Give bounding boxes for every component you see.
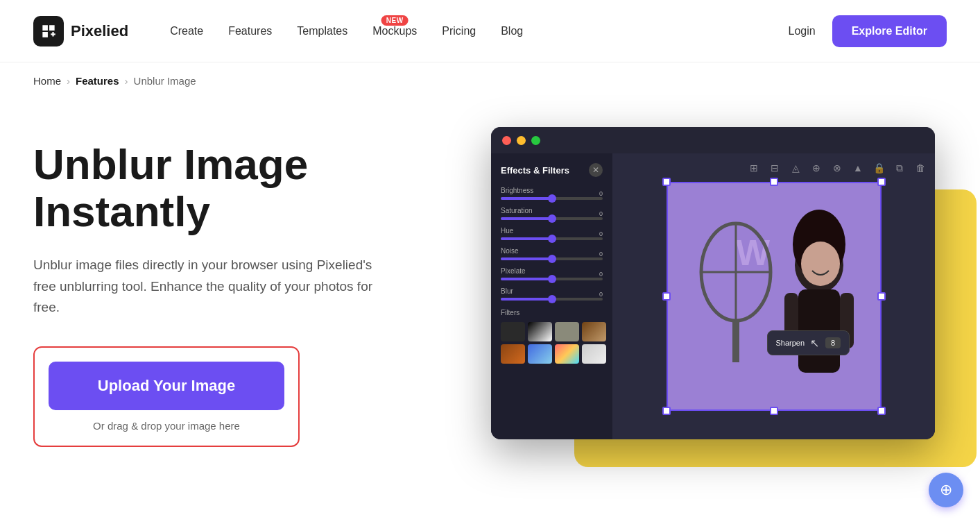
- handle-bottom-right[interactable]: [877, 407, 886, 415]
- panel-header: Effects & Filters ✕: [501, 163, 603, 177]
- toolbar-icon-lock[interactable]: 🔒: [871, 160, 886, 176]
- filters-grid: [501, 322, 603, 364]
- app-mockup: Effects & Filters ✕ Brightness 0: [491, 127, 949, 453]
- panel-title: Effects & Filters: [501, 165, 569, 176]
- logo-icon: [33, 16, 64, 47]
- brightness-label: Brightness: [501, 187, 603, 194]
- nav-create[interactable]: Create: [170, 25, 203, 37]
- logo-text: Pixelied: [71, 22, 128, 40]
- main-content: Unblur Image Instantly Unblur image file…: [0, 99, 980, 453]
- breadcrumb-home[interactable]: Home: [33, 75, 61, 87]
- filter-sepia[interactable]: [582, 322, 606, 341]
- nav-mockups[interactable]: NEW Mockups: [372, 25, 417, 37]
- login-link[interactable]: Login: [788, 25, 815, 37]
- hero-title: Unblur Image Instantly: [33, 141, 449, 235]
- toolbar-icon-3[interactable]: ◬: [788, 160, 803, 176]
- explore-editor-button[interactable]: Explore Editor: [832, 15, 947, 47]
- blur-label: Blur: [501, 287, 603, 295]
- pixelate-track[interactable]: 0: [501, 278, 603, 280]
- cursor-icon: ↖: [810, 337, 820, 349]
- handle-bottom-mid[interactable]: [770, 407, 778, 415]
- titlebar-maximize-dot: [531, 136, 540, 145]
- hue-label: Hue: [501, 227, 603, 235]
- panel-close-button[interactable]: ✕: [589, 163, 603, 177]
- toolbar-icon-5[interactable]: ⊗: [829, 160, 845, 176]
- toolbar-icon-4[interactable]: ⊕: [809, 160, 824, 176]
- sharpen-label: Sharpen: [776, 339, 805, 347]
- toolbar-icon-copy[interactable]: ⧉: [892, 160, 907, 176]
- filter-light[interactable]: [555, 322, 579, 341]
- handle-top-mid[interactable]: [770, 178, 778, 186]
- canvas-image-container[interactable]: W: [667, 182, 882, 411]
- effects-panel: Effects & Filters ✕ Brightness 0: [491, 153, 612, 439]
- noise-label: Noise: [501, 247, 603, 255]
- titlebar-close-dot: [502, 136, 511, 145]
- pixelate-label: Pixelate: [501, 267, 603, 275]
- app-window: Effects & Filters ✕ Brightness 0: [491, 127, 935, 439]
- blur-slider-row: Blur 0: [501, 287, 603, 301]
- filter-cool[interactable]: [528, 344, 552, 364]
- breadcrumb-features[interactable]: Features: [76, 75, 119, 87]
- brightness-track[interactable]: 0: [501, 197, 603, 200]
- canvas-toolbar: ⊞ ⊟ ◬ ⊕ ⊗ ▲ 🔒 ⧉ 🗑: [746, 160, 928, 176]
- filter-vibrant[interactable]: [555, 344, 579, 364]
- canvas-svg: W: [667, 182, 882, 411]
- handle-mid-left[interactable]: [662, 292, 671, 301]
- svg-text:W: W: [736, 233, 771, 273]
- mockup-wrapper: Effects & Filters ✕ Brightness 0: [491, 127, 949, 453]
- svg-rect-5: [732, 321, 739, 362]
- app-titlebar: [491, 127, 935, 153]
- filter-bw[interactable]: [528, 322, 552, 341]
- saturation-label: Saturation: [501, 207, 603, 214]
- pixelate-slider-row: Pixelate 0: [501, 267, 603, 280]
- logo[interactable]: Pixelied: [33, 16, 128, 47]
- svg-point-11: [801, 242, 840, 286]
- breadcrumb: Home › Features › Unblur Image: [0, 62, 980, 99]
- saturation-track[interactable]: 0: [501, 217, 603, 220]
- drag-drop-text: Or drag & drop your image here: [49, 420, 284, 432]
- app-body: Effects & Filters ✕ Brightness 0: [491, 153, 935, 439]
- hue-track[interactable]: 0: [501, 237, 603, 240]
- navbar: Pixelied Create Features Templates NEW M…: [0, 0, 980, 62]
- nav-right: Login Explore Editor: [788, 15, 947, 47]
- help-icon: ⊕: [940, 481, 952, 499]
- noise-slider-row: Noise 0: [501, 247, 603, 260]
- sharpen-tooltip: Sharpen ↖ 8: [767, 330, 850, 355]
- canvas-area: ⊞ ⊟ ◬ ⊕ ⊗ ▲ 🔒 ⧉ 🗑: [612, 153, 935, 439]
- toolbar-icon-2[interactable]: ⊟: [767, 160, 782, 176]
- filter-dark[interactable]: [501, 322, 525, 341]
- hero-section: Unblur Image Instantly Unblur image file…: [33, 127, 449, 447]
- filters-label: Filters: [501, 309, 603, 316]
- breadcrumb-sep-1: ›: [67, 75, 70, 87]
- titlebar-minimize-dot: [517, 136, 526, 145]
- help-button[interactable]: ⊕: [929, 473, 963, 507]
- upload-button[interactable]: Upload Your Image: [49, 362, 284, 410]
- handle-top-left[interactable]: [662, 178, 671, 186]
- toolbar-icon-6[interactable]: ▲: [850, 160, 866, 176]
- upload-section: Upload Your Image Or drag & drop your im…: [33, 346, 300, 447]
- logo-svg: [40, 22, 58, 40]
- nav-features[interactable]: Features: [228, 25, 272, 37]
- canvas-image: W: [667, 182, 882, 411]
- filter-warm[interactable]: [501, 344, 525, 364]
- nav-pricing[interactable]: Pricing: [442, 25, 476, 37]
- handle-top-right[interactable]: [877, 178, 886, 186]
- filter-fade[interactable]: [582, 344, 606, 364]
- toolbar-icon-trash[interactable]: 🗑: [913, 160, 928, 176]
- hero-description: Unblur image files directly in your brow…: [33, 255, 380, 318]
- handle-mid-right[interactable]: [877, 292, 886, 301]
- breadcrumb-sep-2: ›: [125, 75, 128, 87]
- nav-links: Create Features Templates NEW Mockups Pr…: [170, 25, 788, 37]
- nav-blog[interactable]: Blog: [501, 25, 523, 37]
- toolbar-icon-1[interactable]: ⊞: [746, 160, 762, 176]
- brightness-slider-row: Brightness 0: [501, 187, 603, 200]
- breadcrumb-current: Unblur Image: [134, 75, 196, 87]
- blur-track[interactable]: 0: [501, 298, 603, 301]
- hue-slider-row: Hue 0: [501, 227, 603, 240]
- handle-bottom-left[interactable]: [662, 407, 671, 415]
- saturation-slider-row: Saturation 0: [501, 207, 603, 220]
- sharpen-value: 8: [825, 337, 841, 348]
- new-badge: NEW: [381, 15, 409, 26]
- noise-track[interactable]: 0: [501, 257, 603, 260]
- nav-templates[interactable]: Templates: [297, 25, 347, 37]
